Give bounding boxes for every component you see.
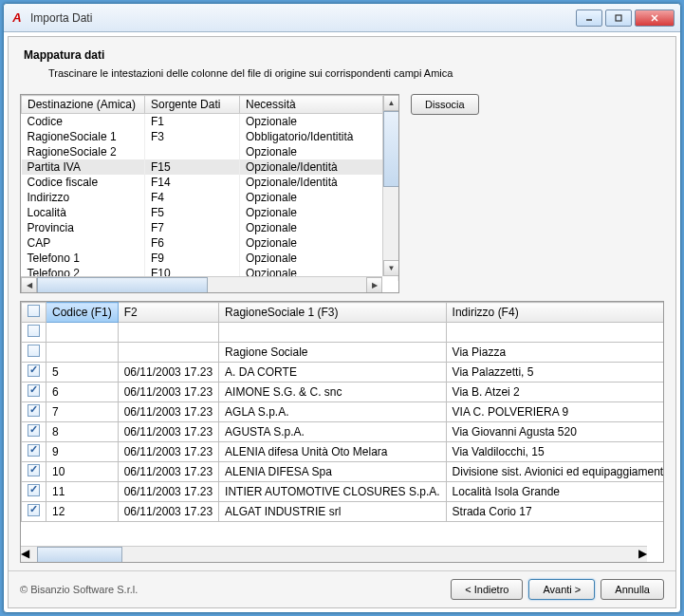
scroll-down-icon[interactable]: ▼ — [383, 260, 398, 276]
grid-cell: 06/11/2003 17.23 — [118, 402, 218, 422]
table-row[interactable]: 806/11/2003 17.23AGUSTA S.p.A.Via Giovan… — [22, 422, 665, 442]
mapping-row[interactable]: CodiceF1Opzionale — [22, 114, 398, 130]
scroll-thumb[interactable] — [383, 111, 398, 187]
grid-check-cell[interactable] — [22, 442, 46, 462]
page-title: Mappatura dati — [24, 48, 660, 62]
checkbox-icon[interactable] — [28, 305, 40, 317]
back-button[interactable]: < Indietro — [451, 579, 523, 600]
grid-check-cell[interactable] — [22, 323, 46, 343]
mapping-cell: F14 — [145, 175, 240, 190]
mapping-cell: F5 — [145, 205, 240, 220]
mapping-cell: Indirizzo — [22, 190, 145, 205]
table-row[interactable]: 1106/11/2003 17.23INTIER AUTOMOTIVE CLOS… — [22, 482, 665, 502]
grid-cell — [219, 323, 447, 343]
mapping-cell: Opzionale/Identità — [240, 159, 398, 175]
table-row[interactable]: 606/11/2003 17.23AIMONE S.G. & C. sncVia… — [22, 383, 665, 402]
grid-check-cell[interactable] — [22, 383, 46, 402]
mapping-cell: Opzionale — [240, 190, 398, 205]
mapping-row[interactable]: ProvinciaF7Opzionale — [22, 220, 398, 235]
mapping-col-need[interactable]: Necessità — [240, 96, 398, 114]
grid-cell: Località Isola Grande — [446, 482, 664, 502]
scroll-up-icon[interactable]: ▲ — [383, 95, 398, 111]
scroll-thumb[interactable] — [37, 547, 122, 563]
mapping-row[interactable]: LocalitàF5Opzionale — [22, 205, 398, 220]
table-row[interactable]: 506/11/2003 17.23A. DA CORTEVia Palazzet… — [22, 363, 665, 383]
scroll-left-icon[interactable]: ◀ — [21, 277, 37, 292]
mapping-row[interactable]: Partita IVAF15Opzionale/Identità — [22, 159, 398, 175]
mapping-row[interactable]: Codice fiscaleF14Opzionale/Identità — [22, 175, 398, 190]
checkbox-icon[interactable] — [28, 504, 40, 516]
grid-scrollbar-horizontal[interactable]: ◀ ▶ — [21, 546, 647, 562]
grid-check-cell[interactable] — [22, 363, 46, 383]
scroll-left-icon[interactable]: ◀ — [21, 547, 29, 560]
grid-check-cell[interactable] — [22, 502, 46, 522]
scroll-right-icon[interactable]: ▶ — [638, 547, 647, 560]
mapping-table[interactable]: Destinazione (Amica) Sorgente Dati Neces… — [20, 94, 399, 293]
checkbox-icon[interactable] — [28, 464, 40, 476]
mapping-row[interactable]: CAPF6Opzionale — [22, 235, 398, 251]
mapping-row[interactable]: RagioneSociale 2Opzionale — [22, 144, 398, 159]
grid-cell: 10 — [46, 462, 119, 482]
grid-header-check[interactable] — [22, 303, 46, 323]
mapping-cell: Opzionale/Identità — [240, 175, 398, 190]
footer: © Bisanzio Software S.r.l. < Indietro Av… — [9, 570, 675, 607]
close-button[interactable] — [635, 9, 675, 27]
checkbox-icon[interactable] — [28, 404, 40, 417]
minimize-button[interactable] — [576, 9, 602, 27]
mapping-cell: Partita IVA — [22, 159, 145, 175]
grid-check-cell[interactable] — [22, 462, 46, 482]
grid-header[interactable]: Indirizzo (F4) — [446, 303, 664, 323]
table-row[interactable]: 706/11/2003 17.23AGLA S.p.A.VIA C. POLVE… — [22, 402, 665, 422]
checkbox-icon[interactable] — [28, 364, 40, 377]
table-row[interactable]: Ragione SocialeVia PiazzaLocalità — [22, 343, 665, 363]
window-title: Importa Dati — [30, 11, 576, 25]
table-row[interactable] — [22, 323, 665, 343]
table-row[interactable]: 906/11/2003 17.23ALENIA difesa Unità Oto… — [22, 442, 665, 462]
cancel-button[interactable]: Annulla — [601, 579, 664, 600]
mapping-scrollbar-horizontal[interactable]: ◀ ▶ — [21, 276, 382, 292]
scroll-right-icon[interactable]: ▶ — [366, 277, 382, 292]
mapping-cell: F3 — [145, 129, 240, 144]
checkbox-icon[interactable] — [28, 484, 40, 496]
grid-check-cell[interactable] — [22, 402, 46, 422]
grid-cell: Via Giovanni Agusta 520 — [446, 422, 664, 442]
dissocia-button[interactable]: Dissocia — [411, 94, 479, 115]
checkbox-icon[interactable] — [28, 384, 40, 397]
grid-cell: 6 — [46, 383, 119, 402]
grid-cell: INTIER AUTOMOTIVE CLOSURES S.p.A. — [219, 482, 447, 502]
scroll-thumb[interactable] — [37, 277, 208, 292]
grid-cell: Divisione sist. Avionici ed equipaggiame… — [446, 462, 664, 482]
maximize-button[interactable] — [605, 9, 632, 27]
mapping-row[interactable]: RagioneSociale 1F3Obbligatorio/Identitit… — [22, 129, 398, 144]
grid-cell: Via Piazza — [446, 343, 664, 363]
checkbox-icon[interactable] — [28, 444, 40, 457]
table-row[interactable]: 1006/11/2003 17.23ALENIA DIFESA SpaDivis… — [22, 462, 665, 482]
mapping-cell: Obbligatorio/Identitità — [240, 129, 398, 144]
grid-cell: 7 — [46, 402, 119, 422]
mapping-cell: Località — [22, 205, 145, 220]
checkbox-icon[interactable] — [28, 345, 40, 357]
next-button[interactable]: Avanti > — [528, 579, 595, 600]
grid-cell: 8 — [46, 422, 119, 442]
data-grid[interactable]: Codice (F1)F2RagioneSociale 1 (F3)Indiri… — [20, 301, 664, 563]
mapping-cell — [145, 144, 240, 159]
mapping-cell: RagioneSociale 1 — [22, 129, 145, 144]
titlebar[interactable]: A Importa Dati — [4, 4, 680, 32]
grid-cell — [118, 343, 218, 363]
grid-check-cell[interactable] — [22, 343, 46, 363]
mapping-row[interactable]: IndirizzoF4Opzionale — [22, 190, 398, 205]
mapping-cell: Opzionale — [240, 114, 398, 130]
grid-header[interactable]: RagioneSociale 1 (F3) — [219, 303, 447, 323]
grid-check-cell[interactable] — [22, 482, 46, 502]
mapping-scrollbar-vertical[interactable]: ▲ ▼ — [382, 95, 398, 276]
grid-cell: VIA C. POLVERIERA 9 — [446, 402, 664, 422]
mapping-col-dest[interactable]: Destinazione (Amica) — [22, 96, 145, 114]
table-row[interactable]: 1206/11/2003 17.23ALGAT INDUSTRIE srlStr… — [22, 502, 665, 522]
grid-header[interactable]: F2 — [118, 303, 218, 323]
mapping-row[interactable]: Telefono 1F9Opzionale — [22, 251, 398, 266]
grid-check-cell[interactable] — [22, 422, 46, 442]
grid-header[interactable]: Codice (F1) — [46, 303, 119, 323]
checkbox-icon[interactable] — [28, 325, 40, 337]
checkbox-icon[interactable] — [28, 424, 40, 437]
mapping-col-src[interactable]: Sorgente Dati — [145, 96, 240, 114]
